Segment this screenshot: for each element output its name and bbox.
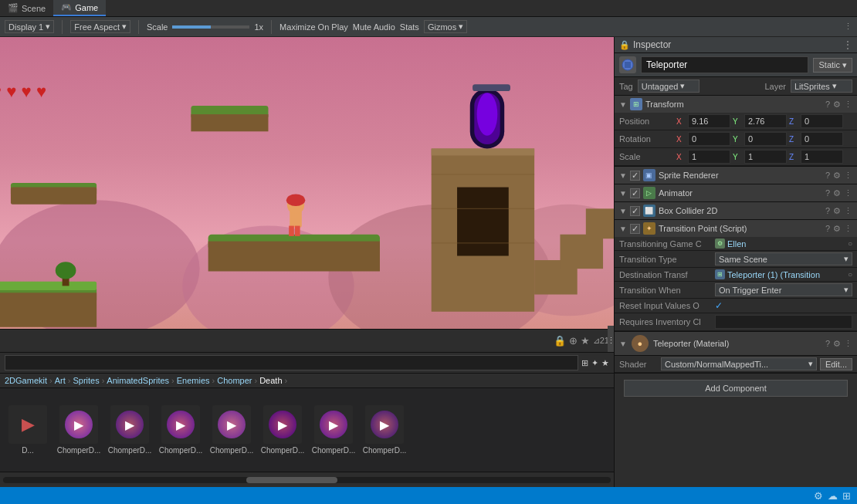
sprite-renderer-checkbox[interactable]: ✓ bbox=[630, 171, 640, 181]
position-x-input[interactable] bbox=[688, 114, 730, 128]
asset-sprite-5: ▶ bbox=[269, 411, 296, 438]
box-collider-settings-icon[interactable]: ⚙ bbox=[833, 206, 841, 216]
breadcrumb-item-3[interactable]: AnimatedSprites bbox=[107, 376, 169, 385]
breadcrumb-item-4[interactable]: Enemies bbox=[177, 376, 210, 385]
box-collider-help-icon[interactable]: ? bbox=[825, 206, 830, 216]
asset-type-icon[interactable]: ✦ bbox=[591, 358, 598, 368]
lock-icon[interactable]: 🔒 bbox=[554, 335, 566, 347]
breadcrumb-sep-2: › bbox=[102, 376, 105, 385]
asset-search-input[interactable] bbox=[5, 355, 578, 370]
animator-actions: ? ⚙ ⋮ bbox=[825, 188, 852, 198]
breadcrumb-item-6[interactable]: Death bbox=[259, 376, 282, 385]
object-name-input[interactable] bbox=[641, 56, 808, 73]
transition-point-menu-icon[interactable]: ⋮ bbox=[844, 224, 852, 234]
transitioning-game-link[interactable]: Ellen bbox=[727, 239, 746, 249]
asset-filter-icon[interactable]: ⊞ bbox=[581, 358, 588, 368]
status-warning-icon[interactable]: ☁ bbox=[828, 490, 838, 502]
destination-link[interactable]: Teleporter (1) (Transition bbox=[727, 270, 820, 279]
status-error-icon[interactable]: ⚙ bbox=[814, 490, 823, 502]
shader-dropdown[interactable]: Custom/NormalMappedTi... ▾ bbox=[661, 357, 817, 370]
shader-edit-button[interactable]: Edit... bbox=[820, 358, 852, 370]
asset-scrollbar-track[interactable] bbox=[3, 477, 611, 483]
destination-label: Destination Transf bbox=[619, 270, 712, 279]
animator-settings-icon[interactable]: ⚙ bbox=[833, 188, 841, 198]
sprite-renderer-help-icon[interactable]: ? bbox=[825, 171, 830, 181]
status-message-icon[interactable]: ⊞ bbox=[842, 490, 851, 502]
transform-component-header[interactable]: ▼ ⊞ Transform ? ⚙ ⋮ bbox=[615, 96, 857, 113]
game-scene: ♥ ♥ ♥ ♥ ♥ bbox=[0, 37, 614, 329]
material-menu-icon[interactable]: ⋮ bbox=[844, 339, 852, 349]
inspector-menu-icon[interactable]: ⋮ bbox=[843, 39, 852, 50]
animator-header[interactable]: ▼ ✓ ▷ Animator ? ⚙ ⋮ bbox=[615, 184, 857, 201]
rotation-y-input[interactable] bbox=[744, 132, 787, 146]
box-collider-header[interactable]: ▼ ✓ ⬜ Box Collider 2D ? ⚙ ⋮ bbox=[615, 202, 857, 219]
tab-game[interactable]: 🎮 Game bbox=[53, 0, 106, 16]
transform-menu-icon[interactable]: ⋮ bbox=[844, 100, 852, 110]
breadcrumb-sep-3: › bbox=[171, 376, 174, 385]
position-x-axis: X bbox=[676, 117, 686, 126]
list-item[interactable]: ▶ ChomperD... bbox=[56, 405, 102, 455]
breadcrumb-item-1[interactable]: Art bbox=[55, 376, 66, 385]
tag-text-label: Tag bbox=[619, 82, 633, 91]
add-component-button[interactable]: Add Component bbox=[624, 380, 848, 397]
transitioning-circle-icon[interactable]: ○ bbox=[848, 239, 852, 248]
asset-eye-icon[interactable]: ★ bbox=[601, 358, 609, 368]
target-icon[interactable]: ⊕ bbox=[569, 335, 578, 347]
more-options-button[interactable]: ⋮ bbox=[844, 22, 852, 32]
transition-point-settings-icon[interactable]: ⚙ bbox=[833, 224, 841, 234]
scale-y-input[interactable] bbox=[744, 150, 787, 164]
rotation-x-input[interactable] bbox=[688, 132, 730, 146]
list-item[interactable]: ▶ ChomperD... bbox=[158, 405, 204, 455]
display-dropdown[interactable]: Display 1 ▾ bbox=[5, 20, 54, 33]
destination-circle-icon[interactable]: ○ bbox=[848, 270, 852, 279]
list-item[interactable]: ▶ ChomperD... bbox=[361, 405, 408, 455]
static-dropdown[interactable]: Static ▾ bbox=[813, 58, 852, 73]
tag-dropdown[interactable]: Untagged ▾ bbox=[638, 79, 699, 93]
transition-type-dropdown[interactable]: Same Scene ▾ bbox=[715, 252, 852, 266]
breadcrumb-item-5[interactable]: Chomper bbox=[217, 376, 252, 385]
transition-point-help-icon[interactable]: ? bbox=[825, 224, 830, 234]
material-settings-icon[interactable]: ⚙ bbox=[833, 339, 841, 349]
scale-slider[interactable] bbox=[172, 25, 249, 29]
transform-help-icon[interactable]: ? bbox=[825, 100, 830, 110]
animator-menu-icon[interactable]: ⋮ bbox=[844, 188, 852, 198]
svg-rect-10 bbox=[208, 242, 380, 272]
sprite-renderer-menu-icon[interactable]: ⋮ bbox=[844, 171, 852, 181]
reset-input-checkbox[interactable]: ✓ bbox=[715, 300, 723, 311]
animator-checkbox[interactable]: ✓ bbox=[630, 188, 640, 198]
animator-help-icon[interactable]: ? bbox=[825, 188, 830, 198]
material-help-icon[interactable]: ? bbox=[825, 339, 830, 349]
inspector-lock-icon[interactable]: 🔒 bbox=[619, 40, 630, 50]
aspect-dropdown[interactable]: Free Aspect ▾ bbox=[70, 20, 130, 33]
star-icon[interactable]: ★ bbox=[581, 335, 590, 347]
tab-scene[interactable]: 🎬 Scene bbox=[0, 0, 53, 16]
list-item[interactable]: ▶ ChomperD... bbox=[107, 405, 153, 455]
panel-resize-handle[interactable]: ⋮ bbox=[608, 326, 614, 353]
box-collider-menu-icon[interactable]: ⋮ bbox=[844, 206, 852, 216]
transition-when-dropdown[interactable]: On Trigger Enter ▾ bbox=[715, 283, 852, 296]
shader-row: Shader Custom/NormalMappedTi... ▾ Edit..… bbox=[615, 356, 857, 373]
position-z-input[interactable] bbox=[801, 114, 843, 128]
transition-when-value: On Trigger Enter bbox=[719, 286, 781, 295]
list-item[interactable]: ▶ ChomperD... bbox=[208, 405, 255, 455]
box-collider-checkbox[interactable]: ✓ bbox=[630, 206, 640, 216]
transition-point-checkbox[interactable]: ✓ bbox=[630, 224, 640, 234]
transform-settings-icon[interactable]: ⚙ bbox=[833, 100, 841, 110]
list-item[interactable]: ▶ ChomperD... bbox=[259, 405, 306, 455]
requires-inventory-input[interactable] bbox=[715, 315, 852, 329]
layer-dropdown[interactable]: LitSprites ▾ bbox=[791, 79, 852, 93]
breadcrumb-item-0[interactable]: 2DGamekit bbox=[5, 376, 47, 385]
list-item[interactable]: ▶ D... bbox=[5, 405, 51, 455]
breadcrumb-item-2[interactable]: Sprites bbox=[73, 376, 99, 385]
position-y-input[interactable] bbox=[744, 114, 787, 128]
rotation-z-input[interactable] bbox=[801, 132, 843, 146]
list-item[interactable]: ▶ ChomperD... bbox=[310, 405, 357, 455]
scale-z-input[interactable] bbox=[801, 150, 843, 164]
material-arrow-icon[interactable]: ▼ bbox=[619, 340, 627, 348]
scale-x-input[interactable] bbox=[688, 150, 730, 164]
sprite-renderer-settings-icon[interactable]: ⚙ bbox=[833, 171, 841, 181]
transition-point-header[interactable]: ▼ ✓ ✦ Transition Point (Script) ? ⚙ ⋮ bbox=[615, 220, 857, 237]
gizmos-dropdown[interactable]: Gizmos ▾ bbox=[424, 20, 467, 33]
asset-scrollbar-thumb[interactable] bbox=[246, 477, 337, 483]
sprite-renderer-header[interactable]: ▼ ✓ ▣ Sprite Renderer ? ⚙ ⋮ bbox=[615, 167, 857, 184]
